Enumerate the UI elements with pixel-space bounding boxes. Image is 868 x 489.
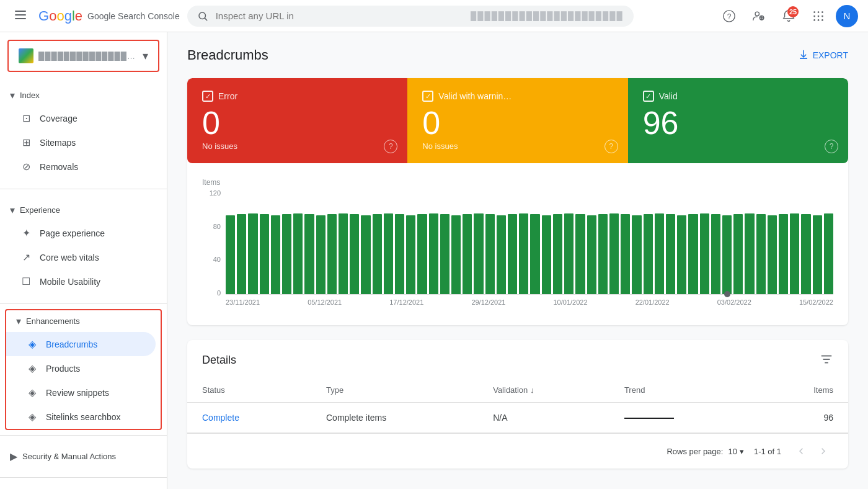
chart-bars	[226, 189, 833, 295]
breadcrumbs-icon: ◈	[26, 338, 38, 350]
chart-bar	[677, 215, 686, 295]
sidebar-item-products[interactable]: ◈ Products	[6, 356, 156, 380]
chart-bar	[587, 215, 596, 295]
svg-point-11	[822, 11, 823, 13]
manage-users-button[interactable]	[746, 4, 771, 29]
chart-bar	[733, 214, 743, 294]
mobile-usability-label: Mobile Usability	[40, 277, 100, 287]
divider-1	[0, 189, 167, 189]
sidebar-item-sitelinks-searchbox[interactable]: ◈ Sitelinks searchbox	[6, 405, 156, 429]
chart-bar	[384, 213, 393, 294]
filter-button[interactable]	[820, 352, 833, 368]
sidebar-section-security: ▶ Security & Manual Actions	[0, 441, 167, 472]
search-input[interactable]	[216, 11, 463, 21]
experience-label: Experience	[20, 205, 60, 215]
error-value: 0	[202, 107, 392, 139]
layout: ██████████████████ ▾ ▾ Index ⊡ Coverage …	[0, 32, 868, 489]
sidebar-item-removals[interactable]: ⊘ Removals	[0, 155, 162, 179]
table-body: Complete Complete items N/A 96	[187, 403, 848, 433]
property-selector[interactable]: ██████████████████ ▾	[7, 40, 159, 72]
chart-bar	[768, 215, 777, 295]
page-header: Breadcrumbs EXPORT	[187, 47, 848, 63]
svg-line-4	[205, 18, 206, 20]
warning-card-header: ✓ Valid with warnin…	[422, 91, 613, 102]
sitelinks-searchbox-icon: ◈	[26, 411, 38, 423]
mobile-usability-icon: ☐	[20, 276, 32, 287]
user-avatar[interactable]: N	[836, 5, 858, 27]
experience-chevron-icon: ▾	[10, 204, 15, 216]
coverage-icon: ⊡	[20, 112, 32, 124]
warning-help-icon[interactable]: ?	[604, 140, 618, 153]
chart-bar	[598, 214, 608, 294]
notifications-button[interactable]: 25	[776, 4, 801, 29]
chart-bar	[621, 214, 630, 294]
chart-bar	[417, 214, 427, 294]
sidebar-section-header-index[interactable]: ▾ Index	[0, 84, 167, 106]
sidebar-section-header-enhancements[interactable]: ▾ Enhancements	[6, 310, 161, 332]
sidebar-item-coverage[interactable]: ⊡ Coverage	[0, 106, 162, 130]
rows-per-page-select[interactable]: 10 ▾	[728, 447, 743, 456]
chart-main: 23/11/2021 05/12/2021 17/12/2021 29/12/2…	[226, 189, 833, 310]
removals-label: Removals	[40, 162, 78, 172]
y-label-40: 40	[202, 256, 221, 263]
svg-point-7	[755, 12, 759, 16]
chart-bar	[463, 214, 472, 294]
review-snippets-icon: ◈	[26, 387, 38, 398]
sidebar-item-core-web-vitals[interactable]: ↗ Core web vitals	[0, 245, 162, 269]
help-button[interactable]: ?	[717, 4, 742, 29]
export-label: EXPORT	[813, 50, 848, 60]
enhancements-section: ▾ Enhancements ◈ Breadcrumbs ◈ Products …	[5, 309, 162, 430]
row-trend	[609, 403, 756, 433]
sidebar-item-page-experience[interactable]: ✦ Page experience	[0, 221, 162, 245]
stats-chart-card: ✓ Error 0 No issues ? ✓ Valid with warni…	[187, 78, 848, 325]
sidebar-item-breadcrumbs[interactable]: ◈ Breadcrumbs	[6, 332, 156, 356]
sidebar-item-review-snippets[interactable]: ◈ Review snippets	[6, 380, 156, 405]
sidebar-section-header-experience[interactable]: ▾ Experience	[0, 199, 167, 221]
sidebar-item-sitemaps[interactable]: ⊞ Sitemaps	[0, 130, 162, 155]
main-content: Breadcrumbs EXPORT ✓ Error 0 No i	[167, 32, 868, 489]
menu-icon[interactable]	[10, 6, 31, 26]
chart-bar	[790, 213, 799, 294]
svg-text:?: ?	[727, 12, 732, 20]
chart-bar	[530, 214, 539, 294]
chart-bar	[271, 215, 280, 295]
table-header: Status Type Validation ↓ Trend Items	[187, 378, 848, 403]
svg-rect-2	[15, 18, 26, 19]
valid-help-icon[interactable]: ?	[825, 140, 838, 153]
chart-bar	[406, 215, 415, 295]
svg-point-15	[813, 19, 815, 21]
chart-bar	[429, 213, 438, 294]
chart-bar	[497, 215, 506, 295]
warning-value: 0	[422, 107, 613, 139]
notification-badge: 25	[787, 6, 799, 17]
breadcrumbs-label: Breadcrumbs	[46, 339, 97, 349]
index-chevron-icon: ▾	[10, 89, 15, 101]
chart-bar	[327, 214, 337, 294]
row-validation: N/A	[478, 403, 609, 433]
prev-page-button[interactable]	[791, 441, 811, 461]
topbar-actions: ? 25 N	[717, 4, 858, 29]
sidebar-section-header-security[interactable]: ▶ Security & Manual Actions	[0, 446, 167, 467]
x-label-1: 23/11/2021	[226, 298, 260, 306]
chart-axis-title: Items	[202, 178, 833, 187]
export-button[interactable]: EXPORT	[798, 50, 848, 61]
details-title: Details	[202, 354, 236, 367]
sidebar-item-mobile-usability[interactable]: ☐ Mobile Usability	[0, 269, 162, 294]
search-bar[interactable]: ██████████████████████	[187, 6, 634, 27]
property-dropdown-icon: ▾	[143, 49, 148, 63]
valid-check-icon: ✓	[643, 91, 654, 102]
status-link[interactable]: Complete	[202, 413, 239, 423]
svg-point-10	[818, 11, 820, 13]
chart-bar	[711, 214, 720, 294]
coverage-label: Coverage	[40, 114, 78, 123]
grid-menu-button[interactable]	[806, 4, 831, 29]
page-title: Breadcrumbs	[187, 47, 268, 63]
error-help-icon[interactable]: ?	[384, 140, 397, 153]
chart-bar	[451, 215, 461, 295]
x-label-2: 05/12/2021	[308, 298, 342, 306]
sitemaps-icon: ⊞	[20, 137, 32, 148]
chart-bar	[801, 214, 810, 294]
chart-bar	[745, 213, 754, 294]
next-page-button[interactable]	[813, 441, 833, 461]
security-chevron-icon: ▶	[10, 451, 17, 462]
